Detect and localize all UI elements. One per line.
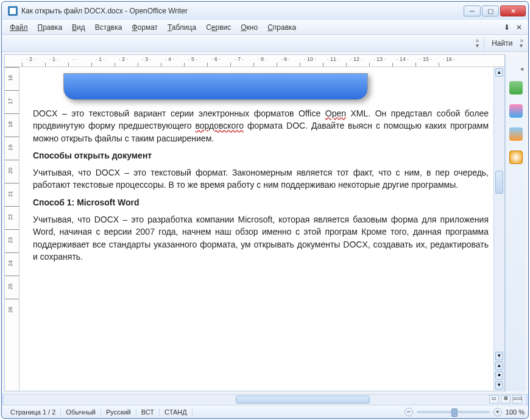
scroll-up-button[interactable]: ▴: [495, 68, 503, 77]
status-lang[interactable]: Русский: [101, 408, 136, 416]
hscroll-thumb[interactable]: [236, 396, 370, 404]
app-icon: [8, 6, 18, 16]
menu-table[interactable]: Таблица: [163, 21, 200, 34]
scroll-thumb[interactable]: [495, 171, 503, 194]
window-title: Как открыть файл DOCX.docx - OpenOffice …: [21, 7, 464, 15]
zoom-slider[interactable]: [417, 411, 490, 413]
menu-view[interactable]: Вид: [68, 21, 90, 34]
toolbar-overflow-icon[interactable]: »▾: [476, 38, 479, 48]
vertical-scrollbar[interactable]: ▴ ▾ ▴ ● ▾: [493, 67, 504, 391]
menu-format[interactable]: Формат: [127, 21, 162, 34]
document-page[interactable]: DOCX – это текстовый вариант серии элект…: [19, 67, 493, 391]
view-single-icon[interactable]: ▭: [489, 395, 499, 404]
close-doc-icon[interactable]: ✕: [514, 22, 525, 33]
paragraph[interactable]: DOCX – это текстовый вариант серии элект…: [33, 107, 489, 144]
app-window: Как открыть файл DOCX.docx - OpenOffice …: [1, 1, 529, 419]
workspace: · 2 ·· 1 ·· ·· 1 ·· 2 ·· 3 ·· 4 ·· 5 ·· …: [2, 52, 528, 394]
menu-window[interactable]: Окно: [236, 21, 262, 34]
zoom-out-button[interactable]: −: [405, 408, 413, 416]
sidebar-chevron-icon[interactable]: ◂: [520, 66, 523, 71]
gallery-icon[interactable]: [509, 81, 523, 94]
menu-help[interactable]: Справка: [263, 21, 300, 34]
minimize-button[interactable]: ─: [464, 5, 481, 16]
navigator-icon[interactable]: [509, 127, 523, 141]
view-book-icon[interactable]: ▭▭: [512, 395, 522, 404]
sidebar: ◂: [505, 54, 526, 391]
update-icon[interactable]: ⬇: [501, 22, 512, 33]
zoom-value[interactable]: 100 %: [506, 408, 525, 416]
edit-area: · 2 ·· 1 ·· ·· 1 ·· 2 ·· 3 ·· 4 ·· 5 ·· …: [4, 54, 505, 391]
scroll-down-button[interactable]: ▾: [495, 352, 503, 360]
heading[interactable]: Способы открыть документ: [33, 149, 489, 162]
compass-icon[interactable]: [509, 151, 523, 164]
vertical-ruler[interactable]: 1617181920212223242526: [5, 67, 19, 391]
statusbar: Страница 1 / 2 Обычный Русский ВСТ СТАНД…: [2, 405, 528, 418]
find-overflow-icon[interactable]: »▾: [520, 38, 523, 48]
horizontal-scrollbar[interactable]: ▭ ⊞ ▭▭: [4, 394, 526, 405]
paragraph[interactable]: Учитывая, что DOCX – это текстовый форма…: [33, 166, 489, 191]
next-page-button[interactable]: ▾: [495, 381, 503, 390]
status-page[interactable]: Страница 1 / 2: [5, 408, 61, 416]
menu-edit[interactable]: Правка: [34, 21, 67, 34]
spellcheck-word: вордовского: [196, 121, 244, 130]
status-insert[interactable]: ВСТ: [136, 408, 160, 416]
horizontal-ruler[interactable]: · 2 ·· 1 ·· ·· 1 ·· 2 ·· 3 ·· 4 ·· 5 ·· …: [5, 55, 504, 67]
view-multi-icon[interactable]: ⊞: [501, 395, 511, 404]
spellcheck-word: Open: [325, 109, 346, 118]
zoom-in-button[interactable]: +: [493, 408, 502, 416]
prev-page-button[interactable]: ▴: [495, 361, 503, 370]
heading[interactable]: Способ 1: Microsoft Word: [33, 196, 489, 208]
status-style[interactable]: Обычный: [61, 408, 101, 416]
titlebar[interactable]: Как открыть файл DOCX.docx - OpenOffice …: [2, 2, 528, 20]
toolbar: »▾ Найти »▾: [2, 35, 528, 52]
separator: [484, 37, 484, 49]
menu-file[interactable]: Файл: [5, 21, 32, 34]
close-button[interactable]: ✕: [500, 5, 526, 16]
menu-insert[interactable]: Вставка: [91, 21, 127, 34]
find-label[interactable]: Найти: [489, 39, 515, 48]
styles-icon[interactable]: [509, 104, 523, 118]
zoom-control: − + 100 %: [405, 408, 525, 416]
embedded-image[interactable]: [63, 73, 368, 100]
maximize-button[interactable]: ▢: [482, 5, 499, 16]
nav-button[interactable]: ●: [495, 371, 503, 380]
menu-tools[interactable]: Сервис: [202, 21, 235, 34]
menubar: Файл Правка Вид Вставка Формат Таблица С…: [2, 20, 528, 35]
paragraph[interactable]: Учитывая, что DOCX – это разработка комп…: [33, 213, 489, 263]
status-mode[interactable]: СТАНД: [160, 408, 193, 416]
